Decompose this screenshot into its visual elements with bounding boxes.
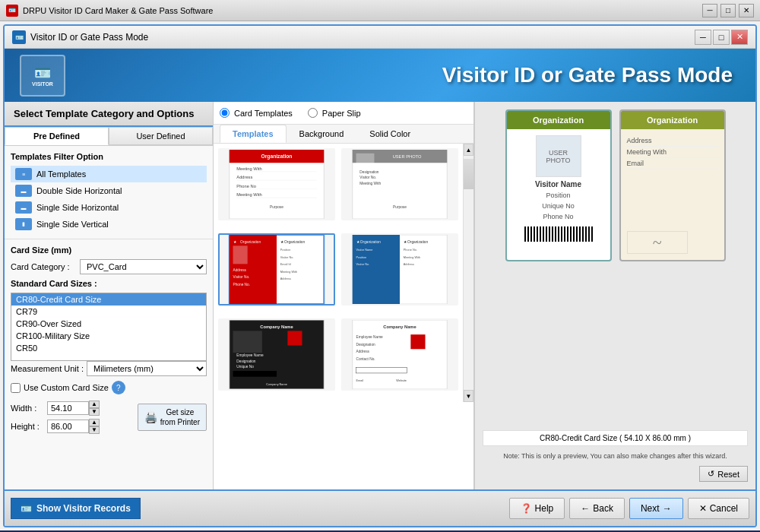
svg-text:Visitor No.: Visitor No. bbox=[356, 263, 370, 266]
svg-text:Website: Website bbox=[396, 379, 407, 382]
size-listbox[interactable]: CR80-Credit Card Size CR79 CR90-Over Siz… bbox=[11, 293, 207, 361]
paper-slip-label: Paper Slip bbox=[322, 109, 361, 118]
preview-card2-header: Organization bbox=[621, 111, 724, 129]
reset-button[interactable]: ↺ Reset bbox=[699, 466, 748, 482]
next-button[interactable]: Next → bbox=[629, 498, 683, 519]
left-panel: Select Template Category and Options Pre… bbox=[5, 102, 214, 489]
preview-position: Position bbox=[546, 192, 570, 199]
svg-rect-46 bbox=[233, 331, 262, 353]
window-close-button[interactable]: ✕ bbox=[731, 30, 748, 45]
card-templates-radio[interactable]: Card Templates bbox=[220, 108, 293, 118]
list-item-cr80[interactable]: CR80-Credit Card Size bbox=[11, 293, 206, 306]
scroll-thumb[interactable] bbox=[464, 159, 473, 189]
tab-templates[interactable]: Templates bbox=[220, 125, 287, 143]
template-card-1[interactable]: Organization Meeting With Address Phone … bbox=[218, 148, 335, 220]
template-area: Card Templates Paper Slip Templates Back… bbox=[214, 102, 474, 489]
measurement-select[interactable]: Milimeters (mm) bbox=[87, 361, 207, 376]
preview-unique: Unique No bbox=[542, 202, 575, 210]
help-button[interactable]: ❓ Help bbox=[509, 498, 565, 519]
next-icon: → bbox=[663, 503, 672, 514]
category-select[interactable]: PVC_Card bbox=[80, 259, 207, 274]
height-input[interactable] bbox=[47, 420, 89, 433]
list-item-cr90[interactable]: CR90-Over Sized bbox=[11, 318, 206, 330]
svg-text:Visitor No.: Visitor No. bbox=[233, 275, 250, 279]
card-templates-label: Card Templates bbox=[234, 109, 293, 118]
svg-rect-24 bbox=[233, 245, 248, 264]
svg-text:Contact No.: Contact No. bbox=[356, 357, 375, 361]
width-input-wrap: ▲ ▼ bbox=[47, 401, 100, 416]
tab-userdefined[interactable]: User Defined bbox=[109, 127, 213, 145]
user-photo-label: USER PHOTO bbox=[537, 149, 581, 164]
tab-background[interactable]: Background bbox=[287, 125, 357, 143]
info-button[interactable]: ? bbox=[112, 381, 125, 394]
list-item-cr100[interactable]: CR100-Military Size bbox=[11, 330, 206, 342]
list-item-cr79[interactable]: CR79 bbox=[11, 306, 206, 318]
banner-logo: 🪪 VISITOR bbox=[20, 55, 65, 97]
template-tabs: Templates Background Solid Color bbox=[214, 125, 473, 144]
scroll-down-arrow[interactable]: ▼ bbox=[464, 390, 473, 402]
preview-section: Organization USER PHOTO Visitor Name Pos… bbox=[474, 102, 755, 489]
cancel-icon: ✕ bbox=[699, 503, 707, 514]
list-item-cr50[interactable]: CR50 bbox=[11, 342, 206, 354]
width-spinners: ▲ ▼ bbox=[89, 401, 100, 416]
close-app-button[interactable]: ✕ bbox=[739, 4, 754, 17]
template-thumb-2: USER PHOTO Designation Visitor No. Meeti… bbox=[343, 150, 457, 219]
svg-text:Phone No.: Phone No. bbox=[233, 283, 251, 287]
cancel-button[interactable]: ✕ Cancel bbox=[688, 498, 749, 519]
svg-text:Designation: Designation bbox=[359, 170, 379, 174]
filter-dh-icon: ▬ bbox=[15, 185, 32, 197]
template-card-6[interactable]: Company Name Employee Name Designation A… bbox=[341, 318, 458, 391]
template-card-3[interactable]: ★ Organization Address Visitor No. Phone… bbox=[218, 233, 335, 306]
template-card-4[interactable]: ★ Organization Visitor Name Position Vis… bbox=[341, 233, 458, 306]
tab-predefined[interactable]: Pre Defined bbox=[5, 127, 109, 145]
filter-single-horizontal[interactable]: ▬ Single Side Horizontal bbox=[11, 199, 207, 216]
filter-all-templates[interactable]: ≡ All Templates bbox=[11, 166, 207, 182]
minimize-button[interactable]: ─ bbox=[702, 4, 717, 17]
restore-button[interactable]: □ bbox=[720, 4, 736, 17]
filter-double-horizontal[interactable]: ▬ Double Side Horizontal bbox=[11, 182, 207, 199]
window-minimize-button[interactable]: ─ bbox=[695, 30, 711, 45]
custom-size-checkbox[interactable] bbox=[11, 383, 21, 393]
paper-slip-radio[interactable]: Paper Slip bbox=[308, 108, 361, 118]
logo-box: 🪪 VISITOR bbox=[20, 55, 65, 97]
template-card-5[interactable]: Company Name Employee Name Designation U… bbox=[218, 318, 335, 391]
template-thumb-4: ★ Organization Visitor Name Position Vis… bbox=[343, 235, 457, 304]
scroll-up-arrow[interactable]: ▲ bbox=[464, 144, 473, 156]
width-up-button[interactable]: ▲ bbox=[89, 401, 100, 408]
svg-text:Unique No: Unique No bbox=[236, 365, 254, 369]
paper-slip-radio-input[interactable] bbox=[308, 108, 318, 118]
svg-text:USER PHOTO: USER PHOTO bbox=[393, 154, 422, 159]
height-input-wrap: ▲ ▼ bbox=[47, 419, 100, 434]
svg-text:Email: Email bbox=[356, 379, 364, 382]
get-size-button[interactable]: 🖨️ Get sizefrom Printer bbox=[138, 404, 207, 431]
height-up-button[interactable]: ▲ bbox=[89, 419, 100, 426]
filter-single-vertical[interactable]: ▮ Single Side Vertical bbox=[11, 216, 207, 233]
card-size-title: Card Size (mm) bbox=[11, 245, 207, 255]
window-restore-button[interactable]: □ bbox=[713, 30, 730, 45]
main-window: 🪪 Visitor ID or Gate Pass Mode ─ □ ✕ 🪪 V… bbox=[3, 24, 757, 527]
filter-sh-icon: ▬ bbox=[15, 201, 32, 214]
tab-solid-color[interactable]: Solid Color bbox=[356, 125, 423, 143]
height-down-button[interactable]: ▼ bbox=[89, 426, 100, 434]
card-templates-radio-input[interactable] bbox=[220, 108, 230, 118]
preview-email: Email bbox=[627, 158, 718, 169]
back-label: Back bbox=[593, 503, 613, 514]
svg-text:Meeting With: Meeting With bbox=[236, 166, 261, 171]
width-input[interactable] bbox=[47, 401, 89, 415]
svg-text:Organization: Organization bbox=[240, 240, 261, 244]
svg-text:Meeting With: Meeting With bbox=[236, 192, 261, 197]
svg-text:Phone No: Phone No bbox=[236, 184, 256, 188]
svg-text:Company Name: Company Name bbox=[383, 325, 416, 329]
svg-text:★ Organization: ★ Organization bbox=[280, 240, 306, 244]
back-button[interactable]: ← Back bbox=[569, 498, 625, 519]
width-down-button[interactable]: ▼ bbox=[89, 408, 100, 416]
svg-text:Employee Name: Employee Name bbox=[236, 353, 264, 357]
app-title: DRPU Visitor ID Card Maker & Gate Pass S… bbox=[23, 6, 213, 15]
svg-text:Address: Address bbox=[236, 175, 252, 179]
custom-size-row: Use Custom Card Size ? bbox=[11, 381, 207, 394]
title-bar: 🪪 DRPU Visitor ID Card Maker & Gate Pass… bbox=[0, 0, 760, 21]
template-scrollbar[interactable]: ▲ ▼ bbox=[463, 144, 473, 402]
template-card-2[interactable]: USER PHOTO Designation Visitor No. Meeti… bbox=[341, 148, 458, 220]
show-visitor-records-button[interactable]: 🪪 Show Visitor Records bbox=[11, 498, 141, 519]
window-icon: 🪪 bbox=[12, 30, 26, 44]
